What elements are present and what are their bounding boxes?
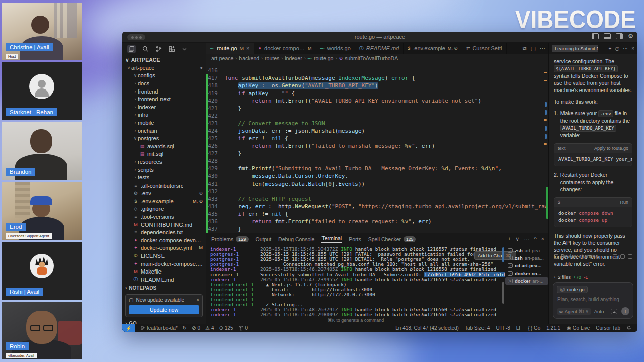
breadcrumb-item[interactable]: route.go — [314, 55, 334, 61]
chat-tab[interactable]: Learning to Submit Da — [552, 45, 598, 52]
tree-item-license[interactable]: ©LICENSE — [122, 252, 206, 260]
more-icon[interactable]: ⋯ — [540, 45, 545, 52]
changed-files-row[interactable]: › 2 files +70 -1 — [554, 274, 632, 280]
tree-item-configs[interactable]: ∨configs — [122, 72, 206, 80]
terminal-output[interactable]: indexer-12025-05-15T18:15:45.104372Z INF… — [206, 245, 505, 316]
terminal-scrollbar[interactable] — [502, 247, 504, 262]
notepads-section[interactable]: ›NOTEPADS — [122, 284, 206, 292]
status-item-tab-size-4[interactable]: Tab Size: 4 — [465, 325, 490, 331]
panel-tab-debug-console[interactable]: Debug Console — [278, 236, 314, 242]
tree-item-makefile[interactable]: MMakefile — [122, 267, 206, 276]
toggle-primary-sidebar-icon[interactable] — [592, 33, 599, 39]
breadcrumb[interactable]: art-peace›backend›routes›indexer›–◦route… — [206, 54, 548, 63]
tree-item-main-docker-compose-yml[interactable]: ✦main-docker-compose.yml — [122, 260, 206, 268]
status-item-cursor-tab[interactable]: Cursor Tab — [596, 325, 620, 331]
tree-item-readme-md[interactable]: ⓘREADME.md — [122, 276, 206, 284]
tree-item--tool-versions[interactable]: ≡.tool-versions — [122, 213, 206, 221]
status-item-utf-8[interactable]: UTF-8 — [496, 325, 510, 331]
toggle-secondary-sidebar-icon[interactable] — [616, 33, 623, 39]
more-icon[interactable]: ⋯ — [623, 46, 628, 51]
editor-tab--env-example[interactable]: $.env.exampleM, ⊙ — [404, 43, 462, 54]
chevron-down-icon[interactable]: ∨ — [515, 236, 519, 242]
review-changes-row[interactable]: Review changes — [554, 254, 632, 259]
model-selector[interactable]: Auto — [594, 309, 604, 314]
breadcrumb-item[interactable]: backend — [239, 55, 259, 61]
terminal-session-zsh[interactable]: >zshart-pea... — [505, 247, 548, 254]
thumbs-down-icon[interactable] — [620, 254, 625, 259]
breadcrumb-item[interactable]: indexer — [285, 55, 302, 61]
maximize-panel-icon[interactable]: ^ — [534, 236, 536, 242]
close-panel-icon[interactable]: × — [541, 236, 544, 242]
participant-tile-starknet-rehan[interactable]: Starknet - Rehan — [2, 62, 82, 120]
status-item-0[interactable]: 0 — [238, 325, 248, 331]
editor-tab-worlds-go[interactable]: –◦worlds.go — [316, 43, 355, 54]
remote-indicator[interactable]: ⚡ — [122, 324, 135, 332]
participant-tile-brandon[interactable]: Brandon — [2, 122, 82, 180]
status-item-go[interactable]: { }Go — [528, 325, 540, 331]
tree-item-infra[interactable]: ›infra — [122, 111, 206, 119]
history-icon[interactable]: ◷ — [615, 46, 619, 51]
tree-item-art-peace[interactable]: ∨art-peace● — [122, 64, 206, 72]
editor-tab-cursor-setti[interactable]: ⇄Cursor Setti — [462, 43, 507, 54]
status-item-go-live[interactable]: ◉Go Live — [567, 325, 590, 331]
copy-icon[interactable] — [628, 254, 632, 259]
panel-tab-problems[interactable]: Problems129 — [211, 236, 249, 242]
split-editor-icon[interactable]: ⧉ — [523, 45, 527, 52]
terminal-session-cd-art-pea-[interactable]: >cd art-pea... — [505, 262, 548, 269]
terminal-session-docker[interactable]: >dockerart-... — [505, 277, 548, 285]
tree-item-mobile[interactable]: ›mobile — [122, 119, 206, 127]
update-now-button[interactable]: Update now — [129, 305, 199, 314]
toggle-panel-icon[interactable] — [604, 33, 611, 39]
chat-input-placeholder[interactable]: Plan, search, build anything — [557, 297, 629, 302]
code-editor[interactable]: 416417func submitToAvailTurboDA(message … — [206, 63, 548, 233]
window-titlebar[interactable]: route.go — artpeace ⚙ — [122, 32, 637, 43]
tree-item-dependencies-txt[interactable]: ≡dependencies.txt — [122, 228, 206, 236]
tree-item-awards-sql[interactable]: ▤awards.sql — [122, 142, 206, 150]
status-item-0[interactable]: ⊘0 — [192, 325, 200, 331]
participant-tile-rishi-avail[interactable]: Rishi | Avail — [2, 242, 82, 300]
tree-item--env[interactable]: ⚙.env⊙ — [122, 190, 206, 198]
search-icon[interactable] — [142, 46, 149, 52]
chevron-down-icon[interactable] — [182, 46, 187, 52]
tree-item-frontend[interactable]: ›frontend — [122, 87, 206, 96]
panel-tab-spell-checker[interactable]: Spell Checker125 — [368, 236, 416, 242]
code-action-button[interactable]: Run — [620, 199, 628, 206]
tree-item-contributing-md[interactable]: MCONTRIBUTING.md — [122, 221, 206, 229]
status-item-bell[interactable] — [626, 325, 631, 331]
tree-item--gitignore[interactable]: ◇.gitignore — [122, 205, 206, 213]
settings-gear-icon[interactable]: ⚙ — [628, 33, 633, 39]
tree-item-resources[interactable]: ›resources — [122, 158, 206, 166]
chat-input-box[interactable]: @ route.go Plan, search, build anything … — [553, 282, 633, 319]
attach-image-icon[interactable] — [611, 309, 617, 314]
thumbs-up-icon[interactable] — [613, 254, 617, 259]
tree-item-scripts[interactable]: ›scripts — [122, 166, 206, 174]
context-chip-route-go[interactable]: @ route.go — [557, 286, 588, 293]
tree-item-frontend-next[interactable]: ›frontend-next — [122, 95, 206, 103]
tree-item-indexer[interactable]: ›indexer — [122, 103, 206, 111]
status-item-sync[interactable]: ↻ — [183, 325, 187, 331]
participant-tile-robin[interactable]: Robinvibecoder, Avail — [2, 302, 82, 359]
close-icon[interactable]: × — [246, 45, 249, 51]
close-icon[interactable]: × — [196, 297, 199, 303]
tree-item--env-example[interactable]: $.env.exampleM, ⊙ — [122, 197, 206, 205]
new-chat-icon[interactable]: + — [609, 46, 612, 51]
tree-item-postgres[interactable]: ∨postgres — [122, 134, 206, 142]
tree-item-tests[interactable]: ›tests — [122, 173, 206, 182]
editor-tab-route-go[interactable]: –◦route.goM× — [206, 43, 254, 54]
explorer-icon[interactable] — [127, 45, 136, 53]
tree-item--all-contributorsrc[interactable]: ≡.all-contributorsrc — [122, 182, 206, 190]
layout-icon[interactable]: ▢ — [531, 45, 536, 52]
code-action-button[interactable]: Apply to route.go — [594, 145, 628, 152]
terminal-scrollbar[interactable] — [502, 282, 504, 304]
terminal-session-docker-co-[interactable]: >docker co... — [505, 269, 548, 277]
close-icon[interactable]: × — [631, 46, 634, 51]
source-control-icon[interactable] — [155, 46, 162, 52]
status-item-4[interactable]: ⚠4 — [205, 325, 214, 331]
tree-item-onchain[interactable]: ›onchain — [122, 127, 206, 135]
panel-tab-ports[interactable]: Ports — [349, 236, 361, 242]
status-item-1-21-1[interactable]: 1.21.1 — [546, 325, 560, 331]
explorer-root-header[interactable]: ∨ ARTPEACE — [122, 55, 206, 64]
participant-tile-erod[interactable]: ErodOverseas Support Agent — [2, 182, 82, 240]
tree-item-docker-compose-yml[interactable]: ✦docker-compose.ymlM — [122, 244, 206, 252]
agent-mode-selector[interactable]: ∞ Agent ⌘I ∨ — [557, 308, 591, 315]
